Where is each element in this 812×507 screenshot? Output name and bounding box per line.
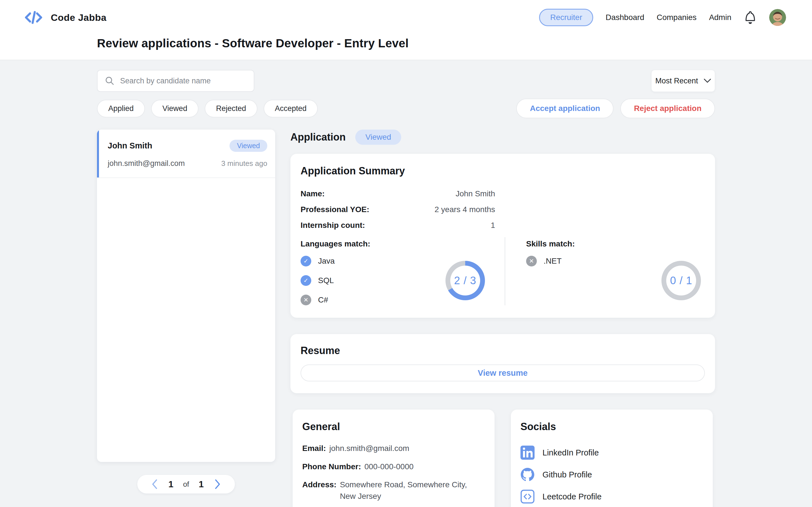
- summary-row-internship-count: Internship count:1: [301, 217, 495, 233]
- x-icon: ✕: [526, 256, 537, 267]
- total-pages: 1: [199, 479, 204, 490]
- general-row-address: Address:Somewhere Road, Somewhere City, …: [302, 479, 470, 502]
- application-heading-row: Application Viewed: [290, 129, 715, 145]
- general-row-phone-number: Phone Number:000-000-0000: [302, 461, 470, 473]
- summary-row-name: Name:John Smith: [301, 186, 495, 202]
- nav-bar: Code Jabba Recruiter Dashboard Companies…: [0, 0, 812, 35]
- current-page: 1: [168, 479, 173, 490]
- match-item-c: ✕C#: [301, 295, 335, 305]
- candidate-list-panel: John SmithViewedjohn.smith@gmail.com3 mi…: [97, 129, 275, 494]
- leetcode-icon: [520, 490, 535, 504]
- resume-card: Resume View resume: [290, 334, 715, 393]
- summary-rows: Name:John SmithProfessional YOE:2 years …: [301, 186, 495, 233]
- filter-chips: AppliedViewedRejectedAccepted: [97, 100, 318, 117]
- nav-link-dashboard[interactable]: Dashboard: [606, 13, 644, 22]
- social-link-linkedin-profile[interactable]: LinkedIn Profile: [520, 442, 703, 464]
- match-item-sql: ✓SQL: [301, 275, 335, 286]
- general-title: General: [302, 421, 485, 433]
- social-link-github-profile[interactable]: Github Profile: [520, 464, 703, 486]
- summary-row-professional-yoe: Professional YOE:2 years 4 months: [301, 202, 495, 217]
- match-item-label: SQL: [318, 276, 334, 285]
- skills-match-score: 0 / 1: [666, 266, 696, 295]
- filter-chip-viewed[interactable]: Viewed: [151, 100, 199, 117]
- filter-chip-accepted[interactable]: Accepted: [264, 100, 318, 117]
- summary-title: Application Summary: [301, 165, 705, 177]
- match-item-net: ✕.NET: [526, 256, 562, 267]
- toolbar: Most Recent: [97, 70, 715, 92]
- x-icon: ✕: [301, 295, 311, 305]
- skills-match-ring: 0 / 1: [661, 261, 701, 300]
- social-label: Leetcode Profile: [543, 492, 602, 501]
- match-item-label: .NET: [544, 257, 562, 266]
- prev-page-button[interactable]: [150, 478, 159, 490]
- general-card: General Email:john.smith@gmail.comPhone …: [293, 409, 495, 507]
- socials-card: Socials LinkedIn ProfileGithub ProfileLe…: [511, 409, 713, 507]
- skills-match-block: Skills match: ✕.NET 0 / 1: [505, 237, 705, 305]
- next-page-button[interactable]: [213, 478, 222, 490]
- social-rows: LinkedIn ProfileGithub ProfileLeetcode P…: [520, 442, 703, 507]
- skills-match-label: Skills match:: [526, 239, 705, 248]
- application-panel: Application Viewed Application Summary N…: [290, 129, 715, 507]
- languages-match-score: 2 / 3: [450, 266, 480, 295]
- application-actions: Accept application Reject application: [516, 99, 715, 118]
- bottom-row: General Email:john.smith@gmail.comPhone …: [290, 409, 715, 507]
- search-box: [97, 70, 254, 92]
- languages-match-label: Languages match:: [301, 239, 489, 248]
- sort-dropdown[interactable]: Most Recent: [651, 70, 715, 92]
- brand: Code Jabba: [24, 10, 107, 24]
- main-row: John SmithViewedjohn.smith@gmail.com3 mi…: [97, 129, 715, 507]
- nav-right: Recruiter Dashboard Companies Admin: [539, 9, 786, 26]
- application-summary-card: Application Summary Name:John SmithProfe…: [290, 154, 715, 318]
- skills-match-items: ✕.NET: [526, 256, 562, 305]
- content: Most Recent AppliedViewedRejectedAccepte…: [0, 60, 812, 507]
- social-label: Github Profile: [543, 470, 592, 480]
- search-input[interactable]: [120, 76, 246, 86]
- socials-title: Socials: [520, 421, 703, 433]
- application-heading: Application: [290, 131, 346, 143]
- match-item-label: C#: [318, 295, 328, 304]
- check-icon: ✓: [301, 275, 311, 286]
- chevron-down-icon: [704, 78, 711, 83]
- page-title: Review applications - Software Developer…: [97, 37, 812, 50]
- nav-link-companies[interactable]: Companies: [657, 13, 697, 22]
- candidate-name: John Smith: [108, 141, 152, 151]
- github-icon: [520, 467, 535, 482]
- match-item-label: Java: [318, 257, 335, 266]
- candidate-status-badge: Viewed: [230, 140, 267, 152]
- pagination: 1 of 1: [137, 475, 235, 494]
- filter-chip-rejected[interactable]: Rejected: [205, 100, 257, 117]
- accept-application-button[interactable]: Accept application: [516, 99, 613, 118]
- role-pill-recruiter[interactable]: Recruiter: [539, 9, 593, 26]
- resume-title: Resume: [301, 345, 705, 356]
- languages-match-ring: 2 / 3: [446, 261, 485, 300]
- view-resume-button[interactable]: View resume: [301, 364, 705, 381]
- languages-match-items: ✓Java✓SQL✕C#: [301, 256, 335, 305]
- reject-application-button[interactable]: Reject application: [620, 99, 715, 118]
- candidate-list-item[interactable]: John SmithViewedjohn.smith@gmail.com3 mi…: [97, 129, 275, 178]
- general-row-email: Email:john.smith@gmail.com: [302, 443, 470, 454]
- app-header: Code Jabba Recruiter Dashboard Companies…: [0, 0, 812, 60]
- filter-chip-applied[interactable]: Applied: [97, 100, 145, 117]
- candidate-email: john.smith@gmail.com: [108, 159, 185, 168]
- nav-link-admin[interactable]: Admin: [709, 13, 731, 22]
- selected-indicator: [97, 129, 99, 177]
- social-link-leetcode-profile[interactable]: Leetcode Profile: [520, 486, 703, 507]
- social-label: LinkedIn Profile: [543, 448, 599, 457]
- sort-value: Most Recent: [655, 76, 698, 86]
- bell-icon[interactable]: [744, 10, 757, 25]
- title-row: Review applications - Software Developer…: [0, 35, 812, 60]
- search-icon: [105, 76, 114, 86]
- linkedin-icon: [520, 446, 535, 460]
- page-of-label: of: [183, 480, 189, 489]
- languages-match-block: Languages match: ✓Java✓SQL✕C# 2 / 3: [301, 237, 505, 305]
- candidate-list: John SmithViewedjohn.smith@gmail.com3 mi…: [97, 129, 275, 462]
- check-icon: ✓: [301, 256, 311, 267]
- general-rows: Email:john.smith@gmail.comPhone Number:0…: [302, 443, 470, 507]
- candidate-applied-time: 3 minutes ago: [221, 159, 267, 168]
- match-area: Languages match: ✓Java✓SQL✕C# 2 / 3 Skil…: [301, 237, 705, 305]
- code-brackets-icon: [24, 10, 43, 24]
- filters-actions-row: AppliedViewedRejectedAccepted Accept app…: [97, 99, 715, 118]
- user-avatar[interactable]: [769, 9, 786, 26]
- application-status-badge: Viewed: [355, 129, 401, 145]
- brand-name: Code Jabba: [51, 12, 107, 23]
